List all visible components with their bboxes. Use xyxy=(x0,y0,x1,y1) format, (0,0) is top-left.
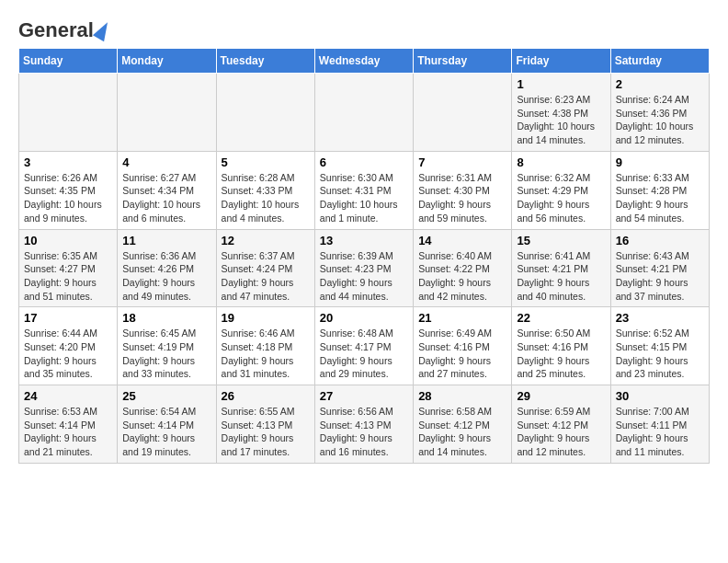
calendar-cell: 28Sunrise: 6:58 AM Sunset: 4:12 PM Dayli… xyxy=(414,385,512,464)
day-info: Sunrise: 6:36 AM Sunset: 4:26 PM Dayligh… xyxy=(122,249,210,304)
calendar-cell: 21Sunrise: 6:49 AM Sunset: 4:16 PM Dayli… xyxy=(414,307,512,385)
calendar-cell xyxy=(118,74,216,152)
calendar-cell: 17Sunrise: 6:44 AM Sunset: 4:20 PM Dayli… xyxy=(19,307,118,385)
calendar-cell: 16Sunrise: 6:43 AM Sunset: 4:21 PM Dayli… xyxy=(610,229,709,307)
calendar-cell: 20Sunrise: 6:48 AM Sunset: 4:17 PM Dayli… xyxy=(314,307,413,385)
calendar-cell: 8Sunrise: 6:32 AM Sunset: 4:29 PM Daylig… xyxy=(512,151,610,229)
day-info: Sunrise: 6:50 AM Sunset: 4:16 PM Dayligh… xyxy=(517,327,605,381)
day-number: 20 xyxy=(320,311,408,325)
day-number: 30 xyxy=(616,389,704,403)
calendar-cell: 29Sunrise: 6:59 AM Sunset: 4:12 PM Dayli… xyxy=(512,385,610,464)
calendar-body: 1Sunrise: 6:23 AM Sunset: 4:38 PM Daylig… xyxy=(19,74,710,464)
day-info: Sunrise: 6:41 AM Sunset: 4:21 PM Dayligh… xyxy=(517,249,605,304)
day-number: 29 xyxy=(517,389,605,403)
day-number: 17 xyxy=(24,311,112,325)
calendar-cell: 25Sunrise: 6:54 AM Sunset: 4:14 PM Dayli… xyxy=(118,385,216,464)
week-row-1: 1Sunrise: 6:23 AM Sunset: 4:38 PM Daylig… xyxy=(19,74,710,152)
calendar-cell: 18Sunrise: 6:45 AM Sunset: 4:19 PM Dayli… xyxy=(118,307,216,385)
day-info: Sunrise: 6:24 AM Sunset: 4:36 PM Dayligh… xyxy=(616,93,704,147)
day-info: Sunrise: 6:40 AM Sunset: 4:22 PM Dayligh… xyxy=(418,249,506,304)
calendar-cell: 27Sunrise: 6:56 AM Sunset: 4:13 PM Dayli… xyxy=(314,385,413,464)
day-info: Sunrise: 6:55 AM Sunset: 4:13 PM Dayligh… xyxy=(222,405,310,459)
day-info: Sunrise: 6:35 AM Sunset: 4:27 PM Dayligh… xyxy=(24,249,112,304)
calendar-cell xyxy=(19,74,118,152)
day-number: 16 xyxy=(616,234,704,247)
day-number: 12 xyxy=(222,234,310,247)
day-number: 22 xyxy=(517,311,605,325)
calendar-cell: 7Sunrise: 6:31 AM Sunset: 4:30 PM Daylig… xyxy=(414,151,512,229)
week-row-3: 10Sunrise: 6:35 AM Sunset: 4:27 PM Dayli… xyxy=(19,229,710,307)
day-number: 24 xyxy=(24,389,112,403)
calendar-cell: 22Sunrise: 6:50 AM Sunset: 4:16 PM Dayli… xyxy=(512,307,610,385)
calendar-table: SundayMondayTuesdayWednesdayThursdayFrid… xyxy=(18,48,710,464)
day-info: Sunrise: 6:26 AM Sunset: 4:35 PM Dayligh… xyxy=(24,171,112,225)
day-info: Sunrise: 6:33 AM Sunset: 4:28 PM Dayligh… xyxy=(616,171,704,225)
calendar-cell: 10Sunrise: 6:35 AM Sunset: 4:27 PM Dayli… xyxy=(19,229,118,307)
day-info: Sunrise: 6:37 AM Sunset: 4:24 PM Dayligh… xyxy=(222,249,310,304)
day-number: 25 xyxy=(122,389,210,403)
weekday-header-saturday: Saturday xyxy=(610,49,709,74)
calendar-cell xyxy=(314,74,413,152)
weekday-header-row: SundayMondayTuesdayWednesdayThursdayFrid… xyxy=(19,49,710,74)
day-info: Sunrise: 6:23 AM Sunset: 4:38 PM Dayligh… xyxy=(517,93,605,147)
day-number: 2 xyxy=(616,77,704,91)
day-info: Sunrise: 6:54 AM Sunset: 4:14 PM Dayligh… xyxy=(122,405,210,459)
day-info: Sunrise: 6:30 AM Sunset: 4:31 PM Dayligh… xyxy=(320,171,408,225)
day-number: 18 xyxy=(122,311,210,325)
calendar-cell: 6Sunrise: 6:30 AM Sunset: 4:31 PM Daylig… xyxy=(314,151,413,229)
day-number: 9 xyxy=(616,155,704,169)
calendar-cell: 13Sunrise: 6:39 AM Sunset: 4:23 PM Dayli… xyxy=(314,229,413,307)
day-info: Sunrise: 6:31 AM Sunset: 4:30 PM Dayligh… xyxy=(418,171,506,225)
day-number: 21 xyxy=(418,311,506,325)
day-number: 13 xyxy=(320,234,408,247)
weekday-header-monday: Monday xyxy=(118,49,216,74)
day-info: Sunrise: 6:59 AM Sunset: 4:12 PM Dayligh… xyxy=(517,405,605,459)
day-number: 19 xyxy=(222,311,310,325)
calendar-cell: 5Sunrise: 6:28 AM Sunset: 4:33 PM Daylig… xyxy=(216,151,314,229)
calendar-cell: 14Sunrise: 6:40 AM Sunset: 4:22 PM Dayli… xyxy=(414,229,512,307)
day-number: 28 xyxy=(418,389,506,403)
day-number: 14 xyxy=(418,234,506,247)
day-number: 11 xyxy=(122,234,210,247)
day-number: 5 xyxy=(222,155,310,169)
calendar-cell: 9Sunrise: 6:33 AM Sunset: 4:28 PM Daylig… xyxy=(610,151,709,229)
day-number: 10 xyxy=(24,234,112,247)
day-info: Sunrise: 6:32 AM Sunset: 4:29 PM Dayligh… xyxy=(517,171,605,225)
day-info: Sunrise: 6:27 AM Sunset: 4:34 PM Dayligh… xyxy=(122,171,210,225)
day-number: 6 xyxy=(320,155,408,169)
calendar-cell: 30Sunrise: 7:00 AM Sunset: 4:11 PM Dayli… xyxy=(610,385,709,464)
week-row-2: 3Sunrise: 6:26 AM Sunset: 4:35 PM Daylig… xyxy=(19,151,710,229)
day-info: Sunrise: 6:56 AM Sunset: 4:13 PM Dayligh… xyxy=(320,405,408,459)
day-number: 27 xyxy=(320,389,408,403)
day-number: 4 xyxy=(122,155,210,169)
logo-icon xyxy=(93,19,113,41)
logo-general: General xyxy=(18,18,94,42)
page-header: General xyxy=(18,18,710,39)
day-number: 1 xyxy=(517,77,605,91)
day-number: 23 xyxy=(616,311,704,325)
calendar-cell: 1Sunrise: 6:23 AM Sunset: 4:38 PM Daylig… xyxy=(512,74,610,152)
calendar-cell xyxy=(216,74,314,152)
calendar-cell: 23Sunrise: 6:52 AM Sunset: 4:15 PM Dayli… xyxy=(610,307,709,385)
calendar-cell xyxy=(414,74,512,152)
calendar-cell: 15Sunrise: 6:41 AM Sunset: 4:21 PM Dayli… xyxy=(512,229,610,307)
logo: General xyxy=(18,18,109,39)
day-number: 3 xyxy=(24,155,112,169)
day-info: Sunrise: 6:58 AM Sunset: 4:12 PM Dayligh… xyxy=(418,405,506,459)
day-info: Sunrise: 6:46 AM Sunset: 4:18 PM Dayligh… xyxy=(222,327,310,381)
calendar-cell: 2Sunrise: 6:24 AM Sunset: 4:36 PM Daylig… xyxy=(610,74,709,152)
day-number: 15 xyxy=(517,234,605,247)
weekday-header-sunday: Sunday xyxy=(19,49,118,74)
calendar-cell: 19Sunrise: 6:46 AM Sunset: 4:18 PM Dayli… xyxy=(216,307,314,385)
calendar-cell: 11Sunrise: 6:36 AM Sunset: 4:26 PM Dayli… xyxy=(118,229,216,307)
day-info: Sunrise: 6:49 AM Sunset: 4:16 PM Dayligh… xyxy=(418,327,506,381)
day-number: 26 xyxy=(222,389,310,403)
day-info: Sunrise: 6:43 AM Sunset: 4:21 PM Dayligh… xyxy=(616,249,704,304)
weekday-header-thursday: Thursday xyxy=(414,49,512,74)
day-info: Sunrise: 6:48 AM Sunset: 4:17 PM Dayligh… xyxy=(320,327,408,381)
day-info: Sunrise: 6:39 AM Sunset: 4:23 PM Dayligh… xyxy=(320,249,408,304)
day-number: 8 xyxy=(517,155,605,169)
calendar-cell: 4Sunrise: 6:27 AM Sunset: 4:34 PM Daylig… xyxy=(118,151,216,229)
calendar-cell: 12Sunrise: 6:37 AM Sunset: 4:24 PM Dayli… xyxy=(216,229,314,307)
day-info: Sunrise: 6:44 AM Sunset: 4:20 PM Dayligh… xyxy=(24,327,112,381)
